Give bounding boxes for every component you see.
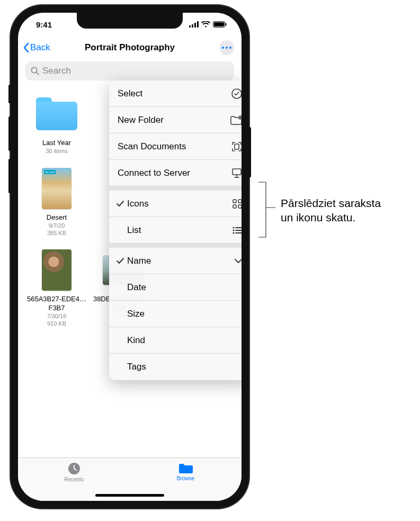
tile-date: 9/7/20 [25,222,88,229]
svg-rect-0 [189,25,191,28]
new-folder-icon [230,115,242,125]
wifi-icon [201,21,210,28]
more-button[interactable] [219,40,234,55]
nav-bar: Back Portrait Photography [18,36,242,59]
mute-switch [8,85,11,103]
menu-new-folder[interactable]: New Folder [109,107,242,133]
svg-point-22 [233,229,234,231]
notch [77,13,183,29]
svg-point-23 [233,232,234,233]
menu-sort-tags[interactable]: Tags [109,354,242,380]
menu-view-icons[interactable]: Icons [109,191,242,217]
folder-icon [36,97,77,130]
checkmark-icon [114,257,126,265]
tile-name: 565A3B27-EDE4…F3B7 [25,295,88,312]
menu-scan-documents[interactable]: Scan Documents [109,133,242,160]
power-button [248,127,251,177]
file-tile[interactable]: 565A3B27-EDE4…F3B7 7/30/18 910 KB [25,247,88,327]
checkmark-icon [114,200,126,208]
tab-label: Browse [177,475,194,481]
chevron-down-icon [234,258,242,264]
chevron-left-icon [22,42,30,53]
menu-label: Select [118,88,142,99]
search-placeholder: Search [42,66,71,76]
svg-rect-2 [194,23,196,28]
home-indicator[interactable] [95,494,164,497]
scan-icon [231,141,242,152]
menu-sort-name[interactable]: Name [109,248,242,274]
svg-point-7 [222,47,224,49]
svg-rect-20 [238,205,242,208]
battery-icon [213,21,227,28]
svg-rect-16 [233,169,241,175]
tile-meta: 30 items [25,147,88,155]
svg-rect-18 [238,200,242,203]
svg-point-9 [229,47,231,49]
svg-rect-3 [197,21,199,28]
menu-label: Kind [127,335,145,346]
page-title: Portrait Photography [85,42,175,53]
menu-label: Scan Documents [118,141,186,152]
tile-name: Last Year [25,139,88,147]
tile-date: 7/30/18 [25,312,88,320]
menu-label: Icons [127,199,149,209]
menu-sort-size[interactable]: Size [109,301,242,327]
menu-separator [109,244,242,248]
menu-select[interactable]: Select [109,80,242,107]
svg-rect-15 [235,144,239,149]
tile-size: 385 KB [25,229,88,237]
svg-line-11 [37,73,39,75]
menu-label: Date [127,282,146,293]
menu-separator [109,186,242,191]
menu-label: Size [127,309,145,319]
photo-thumbnail [42,249,72,291]
menu-connect-server[interactable]: Connect to Server [109,160,242,186]
search-icon [31,67,39,75]
volume-up-button [8,116,11,151]
svg-rect-1 [192,24,193,28]
menu-label: Name [127,256,151,266]
menu-sort-kind[interactable]: Kind [109,327,242,354]
callout-line: un ikonu skatu. [281,211,355,223]
svg-rect-6 [226,23,227,26]
menu-label: Connect to Server [118,168,190,178]
menu-label: Tags [127,362,146,372]
folder-tile[interactable]: Last Year 30 items [25,91,88,155]
tile-size: 910 KB [25,320,88,327]
clock-icon [67,462,81,475]
svg-point-21 [233,227,234,228]
grid-icon [232,199,242,209]
phone-frame: 9:41 Back Portrait Photography Search [11,5,249,508]
tab-label: Recents [64,477,84,482]
menu-label: List [127,225,141,236]
volume-down-button [8,159,11,193]
server-icon [231,167,242,179]
list-icon [232,226,242,235]
svg-rect-5 [214,22,224,26]
select-circle-icon [231,88,242,100]
svg-rect-19 [233,205,236,208]
cellular-icon [189,21,199,28]
back-button[interactable]: Back [22,42,50,53]
file-tile[interactable]: So cool! Desert 9/7/20 385 KB [25,166,88,237]
tile-name: Desert [25,213,88,222]
menu-view-list[interactable]: List [109,217,242,244]
callout-text: Pārslēdziet saraksta un ikonu skatu. [281,196,381,225]
photo-thumbnail: So cool! [42,168,72,209]
context-menu: Select New Folder Scan Documents Connect… [109,80,242,380]
menu-sort-date[interactable]: Date [109,274,242,301]
menu-label: New Folder [118,115,164,125]
search-input[interactable]: Search [25,61,234,80]
svg-rect-17 [233,200,236,203]
svg-point-8 [226,47,228,49]
callout-line: Pārslēdziet saraksta [281,197,381,209]
ellipsis-icon [222,47,231,49]
screen: 9:41 Back Portrait Photography Search [18,13,242,501]
callout-bracket [257,181,279,238]
folder-icon [178,462,194,474]
status-time: 9:41 [36,20,52,29]
back-label: Back [30,42,50,53]
